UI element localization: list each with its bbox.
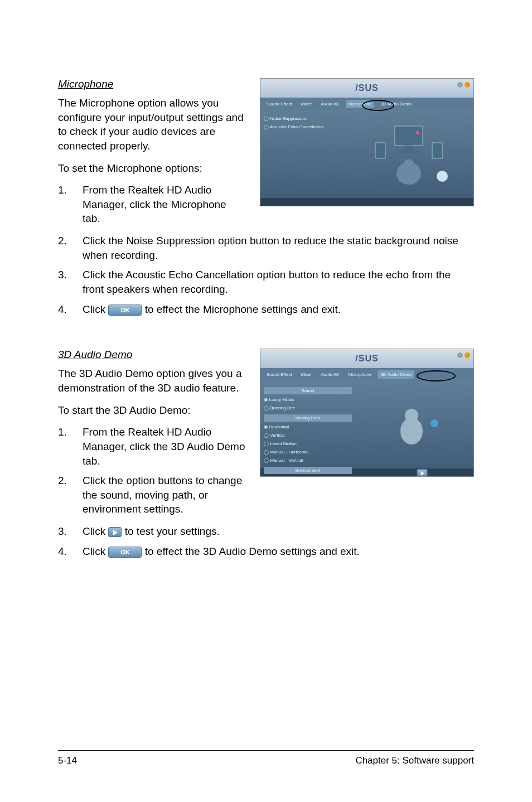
svg-point-10 (405, 409, 418, 422)
minimize-icon (457, 352, 463, 358)
option-label: Noise Suppression (270, 116, 307, 121)
option-label: Loopy Music (269, 397, 294, 402)
option-horiz: ◉ Horizontal (264, 423, 352, 431)
list-item: 4. Click OK to effect the Microphone set… (58, 302, 474, 317)
head-bee-icon (381, 391, 448, 458)
step-body: From the Realtek HD Audio Manager, click… (83, 183, 246, 226)
svg-rect-1 (404, 146, 413, 150)
option-label: Vertical (270, 433, 284, 438)
option-noise-suppression: ◯ Noise Suppression (264, 114, 341, 123)
tab-audio-io: Audio I/O (318, 100, 342, 108)
step-number: 2. (58, 474, 83, 516)
microphone-screenshot-col: /SUS Sound Effect Mixer Audio I/O Microp… (260, 78, 474, 206)
close-icon (465, 352, 470, 358)
demo-screenshot-col: /SUS Sound Effect Mixer Audio I/O Microp… (260, 349, 474, 477)
step-number: 2. (58, 234, 83, 262)
option-label: Buzzing Bee (270, 405, 295, 410)
option-label: Insect Motion (270, 441, 297, 446)
panel-moving-head: Moving Path (264, 414, 352, 422)
panel-env-head: Environment (264, 467, 352, 474)
step-number: 4. (58, 302, 83, 317)
microphone-text-col: Microphone The Microphone option allows … (58, 78, 246, 231)
list-item: 2. Click the Noise Suppression option bu… (58, 234, 474, 262)
step-body: Click the option buttons to change the s… (83, 474, 246, 516)
list-item: 2. Click the option buttons to change th… (58, 474, 246, 516)
option-man-h: ◯ Manual - Horizontal (264, 448, 352, 456)
demo-heading: 3D Audio Demo (58, 349, 246, 361)
step-body: Click the Noise Suppression option butto… (83, 234, 474, 262)
option-insect: ◯ Insect Motion (264, 439, 352, 448)
asus-logo: /SUS (355, 83, 378, 93)
screenshot-body: Sound ◉ Loopy Music ◯ Buzzing Bee Moving… (260, 380, 473, 468)
minimize-icon (457, 82, 463, 88)
panel-sound-head: Sound (264, 387, 352, 394)
option-man-v: ◯ Manual - Vertical (264, 456, 352, 465)
microphone-steps-cont: 2. Click the Noise Suppression option bu… (58, 234, 474, 316)
page: Microphone The Microphone option allows … (0, 0, 532, 802)
svg-rect-0 (395, 126, 423, 146)
step-number: 3. (58, 268, 83, 296)
play-button-icon (417, 469, 427, 477)
screenshot-main (344, 110, 473, 198)
highlight-ellipse (362, 100, 394, 111)
demo-section-row: 3D Audio Demo The 3D Audio Demo option g… (58, 349, 474, 522)
tab-mixer: Mixer (298, 100, 315, 108)
step-number: 4. (58, 544, 83, 559)
svg-rect-4 (432, 143, 442, 158)
option-bee: ◯ Buzzing Bee (264, 404, 352, 412)
step-number: 1. (58, 183, 83, 226)
step-post: to effect the Microphone settings and ex… (145, 303, 341, 315)
ok-button-inline: OK (108, 547, 142, 558)
step-pre: Click (83, 545, 108, 557)
tab-3d-audio-demo: 3D Audio Demo (378, 370, 414, 379)
speaker-diagram-icon (364, 120, 453, 187)
screenshot-footer (260, 198, 473, 206)
screenshot-header: /SUS (260, 79, 473, 98)
page-footer: 5-14 Chapter 5: Software support (58, 750, 474, 766)
chapter-label: Chapter 5: Software support (355, 755, 474, 766)
step-body: Click OK to effect the 3D Audio Demo set… (83, 544, 474, 559)
tab-sound-effect: Sound Effect (264, 100, 295, 108)
svg-rect-2 (398, 150, 420, 153)
svg-point-7 (437, 171, 448, 182)
step-pre: Click (83, 525, 108, 537)
option-vert: ◯ Vertical (264, 431, 352, 439)
screenshot-main (355, 380, 473, 468)
tab-sound-effect: Sound Effect (264, 370, 295, 379)
svg-point-8 (416, 131, 419, 134)
option-loopy: ◉ Loopy Music (264, 395, 352, 404)
microphone-screenshot: /SUS Sound Effect Mixer Audio I/O Microp… (260, 78, 474, 206)
screenshot-body: ◯ Noise Suppression ◯ Acoustic Echo Canc… (260, 110, 473, 198)
window-controls (457, 82, 470, 88)
option-label: Acoustic Echo Cancellation (270, 124, 324, 129)
close-icon (465, 82, 470, 88)
step-body: Click the Acoustic Echo Cancellation opt… (83, 268, 474, 296)
svg-point-6 (404, 159, 414, 169)
step-pre: Click (83, 303, 108, 315)
page-number: 5-14 (58, 755, 77, 766)
demo-steps: 1. From the Realtek HD Audio Manager, cl… (58, 425, 246, 516)
demo-lead: To start the 3D Audio Demo: (58, 403, 246, 418)
microphone-steps: 1. From the Realtek HD Audio Manager, cl… (58, 183, 246, 226)
step-number: 1. (58, 425, 83, 468)
list-item: 1. From the Realtek HD Audio Manager, cl… (58, 425, 246, 468)
window-controls (457, 352, 470, 358)
tab-microphone: Microphone (346, 370, 375, 379)
step-post: to effect the 3D Audio Demo settings and… (145, 545, 360, 557)
step-number: 3. (58, 524, 83, 539)
option-label: Manual - Horizontal (270, 450, 308, 455)
step-post: to test your settings. (125, 525, 220, 537)
demo-steps-cont: 3. Click to test your settings. 4. Click… (58, 524, 474, 558)
asus-logo: /SUS (355, 354, 378, 364)
screenshot-header: /SUS (260, 349, 473, 368)
tab-mixer: Mixer (298, 370, 315, 379)
microphone-intro: The Microphone option allows you configu… (58, 96, 246, 153)
option-label: Horizontal (269, 424, 289, 429)
demo-screenshot: /SUS Sound Effect Mixer Audio I/O Microp… (260, 349, 474, 477)
demo-text-col: 3D Audio Demo The 3D Audio Demo option g… (58, 349, 246, 522)
play-button-inline (108, 527, 122, 537)
list-item: 1. From the Realtek HD Audio Manager, cl… (58, 183, 246, 226)
microphone-lead: To set the Microphone options: (58, 161, 246, 176)
step-body: Click OK to effect the Microphone settin… (83, 302, 474, 317)
tab-audio-io: Audio I/O (318, 370, 342, 379)
